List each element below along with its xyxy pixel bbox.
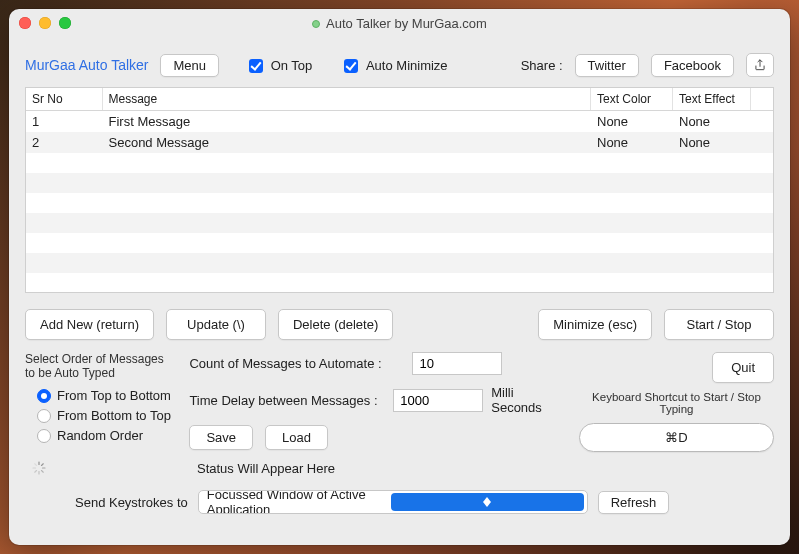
svg-line-1 [42, 464, 44, 466]
topbar: MurGaa Auto Talker Menu On Top Auto Mini… [25, 53, 774, 77]
keyboard-shortcut-title: Keyboard Shortcut to Start / Stop Typing [579, 391, 774, 415]
table-row[interactable] [26, 273, 773, 293]
col-header-scroll [751, 88, 773, 111]
radio-icon[interactable] [37, 429, 51, 443]
order-group: Select Order of Messages to be Auto Type… [25, 352, 171, 448]
traffic-lights [19, 17, 71, 29]
count-label: Count of Messages to Automate : [189, 356, 404, 371]
order-opt1-label: From Top to Bottom [57, 388, 171, 403]
cell-message: First Message [102, 111, 591, 133]
twitter-button[interactable]: Twitter [575, 54, 639, 77]
col-header-srno[interactable]: Sr No [26, 88, 102, 111]
on-top-option[interactable]: On Top [249, 57, 312, 73]
maximize-window-icon[interactable] [59, 17, 71, 29]
count-input[interactable] [412, 352, 502, 375]
cell-text-effect: None [673, 111, 751, 133]
order-option-bottom-top[interactable]: From Bottom to Top [37, 408, 171, 423]
radio-icon[interactable] [37, 409, 51, 423]
auto-minimize-option[interactable]: Auto Minimize [344, 57, 447, 73]
target-window-combo[interactable]: Focussed Window of Active Application [198, 490, 588, 514]
svg-line-3 [42, 471, 44, 473]
table-row[interactable] [26, 253, 773, 273]
share-icon[interactable] [746, 53, 774, 77]
keyboard-group: Quit Keyboard Shortcut to Start / Stop T… [579, 352, 774, 452]
cell-srno: 2 [26, 132, 102, 153]
table-row[interactable]: 1 First Message None None [26, 111, 773, 133]
keyboard-shortcut-button[interactable]: ⌘D [579, 423, 774, 452]
action-row: Add New (return) Update (\) Delete (dele… [25, 309, 774, 340]
window-title: Auto Talker by MurGaa.com [9, 16, 790, 31]
order-group-title: Select Order of Messages to be Auto Type… [25, 352, 171, 380]
quit-button[interactable]: Quit [712, 352, 774, 383]
content: MurGaa Auto Talker Menu On Top Auto Mini… [9, 37, 790, 545]
order-opt3-label: Random Order [57, 428, 143, 443]
cell-text-effect: None [673, 132, 751, 153]
spinner-icon [31, 460, 47, 476]
table-row[interactable]: 2 Second Message None None [26, 132, 773, 153]
messages-table[interactable]: Sr No Message Text Color Text Effect 1 F… [25, 87, 774, 293]
start-stop-button[interactable]: Start / Stop [664, 309, 774, 340]
refresh-button[interactable]: Refresh [598, 491, 670, 514]
auto-minimize-checkbox[interactable] [344, 59, 358, 73]
menu-button[interactable]: Menu [160, 54, 219, 77]
cell-message: Second Message [102, 132, 591, 153]
mid-section: Select Order of Messages to be Auto Type… [25, 352, 774, 452]
minimize-window-icon[interactable] [39, 17, 51, 29]
close-window-icon[interactable] [19, 17, 31, 29]
facebook-button[interactable]: Facebook [651, 54, 734, 77]
delete-button[interactable]: Delete (delete) [278, 309, 393, 340]
col-header-text-effect[interactable]: Text Effect [673, 88, 751, 111]
add-new-button[interactable]: Add New (return) [25, 309, 154, 340]
load-button[interactable]: Load [265, 425, 328, 450]
delay-input[interactable] [393, 389, 483, 412]
delay-unit-label: Milli Seconds [491, 385, 561, 415]
order-option-random[interactable]: Random Order [37, 428, 171, 443]
cell-text-color: None [591, 132, 673, 153]
auto-minimize-label: Auto Minimize [366, 58, 448, 73]
order-opt2-label: From Bottom to Top [57, 408, 171, 423]
settings-group: Count of Messages to Automate : Time Del… [189, 352, 561, 450]
send-keystrokes-label: Send Keystrokes to [75, 495, 188, 510]
titlebar: Auto Talker by MurGaa.com [9, 9, 790, 37]
status-text: Status Will Appear Here [197, 461, 335, 476]
update-button[interactable]: Update (\) [166, 309, 266, 340]
order-option-top-bottom[interactable]: From Top to Bottom [37, 388, 171, 403]
on-top-checkbox[interactable] [249, 59, 263, 73]
col-header-text-color[interactable]: Text Color [591, 88, 673, 111]
app-status-icon [312, 20, 320, 28]
svg-line-7 [35, 464, 37, 466]
share-label: Share : [521, 58, 563, 73]
table-row[interactable] [26, 213, 773, 233]
app-window: Auto Talker by MurGaa.com MurGaa Auto Ta… [9, 9, 790, 545]
table-header-row: Sr No Message Text Color Text Effect [26, 88, 773, 111]
combo-value: Focussed Window of Active Application [199, 490, 392, 514]
app-name-link[interactable]: MurGaa Auto Talker [25, 57, 148, 73]
status-row: Status Will Appear Here [25, 460, 774, 476]
table-row[interactable] [26, 193, 773, 213]
svg-line-5 [35, 471, 37, 473]
cell-srno: 1 [26, 111, 102, 133]
col-header-message[interactable]: Message [102, 88, 591, 111]
delay-label: Time Delay between Messages : [189, 393, 385, 408]
window-title-text: Auto Talker by MurGaa.com [326, 16, 487, 31]
chevron-updown-icon [391, 493, 584, 511]
bottom-row: Send Keystrokes to Focussed Window of Ac… [25, 490, 774, 514]
on-top-label: On Top [271, 58, 313, 73]
table-row[interactable] [26, 153, 773, 173]
cell-text-color: None [591, 111, 673, 133]
table-row[interactable] [26, 173, 773, 193]
radio-icon[interactable] [37, 389, 51, 403]
save-button[interactable]: Save [189, 425, 253, 450]
minimize-button[interactable]: Minimize (esc) [538, 309, 652, 340]
table-row[interactable] [26, 233, 773, 253]
